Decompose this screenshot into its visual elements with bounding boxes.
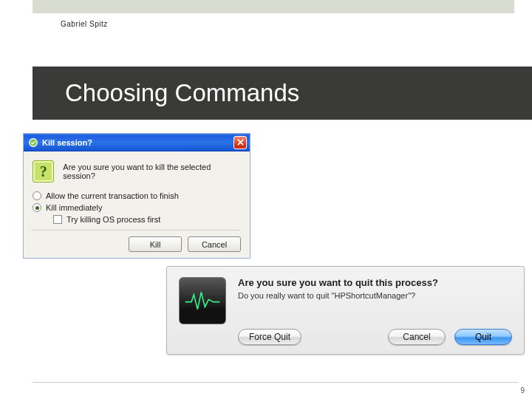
force-quit-button-label: Force Quit: [249, 332, 290, 342]
radio-allow-finish-label: Allow the current transaction to finish: [46, 191, 179, 200]
checkbox-icon: [53, 215, 62, 224]
kill-button-label: Kill: [150, 240, 161, 249]
author-name: Gabriel Spitz: [61, 20, 108, 28]
windows-titlebar[interactable]: Kill session?: [24, 134, 250, 151]
mac-dialog-title: Are you sure you want to quit this proce…: [238, 277, 512, 288]
windows-dialog-message: Are you sure you want to kill the select…: [63, 163, 241, 180]
windows-dialog: Kill session? ? Are you sure you want to…: [23, 133, 250, 259]
quit-button[interactable]: Quit: [454, 329, 512, 345]
svg-rect-1: [184, 288, 221, 313]
checkbox-try-os-process-label: Try killing OS process first: [66, 215, 160, 224]
cancel-button[interactable]: Cancel: [188, 236, 241, 252]
checkbox-try-os-process[interactable]: Try killing OS process first: [53, 215, 241, 224]
radio-kill-immediately[interactable]: Kill immediately: [33, 203, 241, 212]
windows-dialog-body: ? Are you sure you want to kill the sele…: [24, 151, 250, 258]
page-number: 9: [520, 386, 525, 395]
slide-title: Choosing Commands: [65, 79, 299, 107]
quit-button-label: Quit: [475, 332, 491, 342]
radio-icon: [33, 191, 41, 200]
cancel-button-label: Cancel: [403, 332, 430, 342]
radio-kill-immediately-label: Kill immediately: [46, 203, 102, 212]
cancel-button-label: Cancel: [202, 240, 227, 249]
windows-dialog-title: Kill session?: [42, 138, 233, 147]
radio-icon: [33, 203, 41, 212]
header-accent-bar: [33, 0, 514, 13]
app-icon: [28, 137, 38, 148]
footer-rule: [33, 382, 519, 383]
cancel-button[interactable]: Cancel: [388, 329, 446, 345]
kill-button[interactable]: Kill: [129, 236, 182, 252]
mac-dialog-subtitle: Do you really want to quit "HPShortcutMa…: [238, 291, 512, 300]
radio-allow-finish[interactable]: Allow the current transaction to finish: [33, 191, 241, 200]
mac-dialog: Are you sure you want to quit this proce…: [166, 266, 525, 355]
question-icon: ?: [33, 160, 54, 183]
activity-monitor-icon: [179, 277, 226, 324]
divider: [33, 230, 241, 231]
close-icon[interactable]: [233, 136, 247, 149]
force-quit-button[interactable]: Force Quit: [238, 329, 301, 345]
title-band: Choosing Commands: [33, 66, 532, 120]
